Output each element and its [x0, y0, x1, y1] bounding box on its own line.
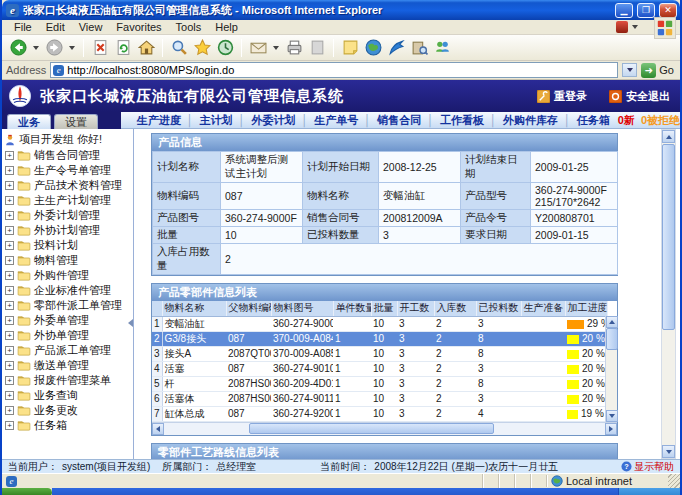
expand-icon[interactable]: + — [5, 166, 14, 175]
scroll-right-icon[interactable] — [605, 423, 617, 435]
scroll-left-icon[interactable] — [152, 423, 164, 435]
menu-item-tools[interactable]: Tools — [170, 21, 208, 33]
parts-row[interactable]: 6活塞体2087HS002360-274-9011W11032320 % — [152, 391, 607, 406]
sidebar-item[interactable]: +报废件管理菜单 — [2, 373, 133, 388]
sidebar-collapse-icon[interactable] — [128, 319, 133, 327]
parts-horizontal-scrollbar[interactable] — [152, 422, 617, 435]
sidebar-item[interactable]: +企业标准件管理 — [2, 283, 133, 298]
menu-item-help[interactable]: Help — [209, 21, 244, 33]
globe-icon[interactable] — [363, 38, 383, 58]
back-icon[interactable] — [8, 38, 28, 58]
messenger-icon[interactable] — [432, 38, 452, 58]
sidebar-item[interactable]: +外协计划管理 — [2, 223, 133, 238]
nav-item-1[interactable]: 主计划 — [200, 113, 233, 128]
maximize-icon[interactable]: ❐ — [637, 3, 655, 18]
expand-icon[interactable]: + — [5, 376, 14, 385]
sidebar-item[interactable]: +投料计划 — [2, 238, 133, 253]
scroll-thumb[interactable] — [606, 328, 618, 350]
search-icon[interactable] — [169, 38, 189, 58]
expand-icon[interactable]: + — [5, 301, 14, 310]
edit-icon[interactable] — [307, 38, 327, 58]
pdf-toolbar-button[interactable] — [616, 21, 640, 33]
tab-settings[interactable]: 设置 — [54, 114, 98, 129]
expand-icon[interactable]: + — [5, 421, 14, 430]
parts-row[interactable]: 1变幅油缸360-274-9000F1032329 % — [152, 316, 607, 331]
expand-icon[interactable]: + — [5, 286, 14, 295]
forward-icon[interactable] — [44, 38, 64, 58]
notes-icon[interactable] — [340, 38, 360, 58]
swoosh-icon[interactable] — [386, 38, 406, 58]
research-icon[interactable] — [409, 38, 429, 58]
scroll-up-icon[interactable] — [606, 316, 618, 328]
nav-item-4[interactable]: 销售合同 — [377, 113, 421, 128]
sidebar-item[interactable]: +主生产计划管理 — [2, 193, 133, 208]
mail-icon[interactable] — [248, 38, 268, 58]
back-dropdown-caret[interactable] — [33, 46, 39, 50]
start-button[interactable] — [2, 488, 52, 495]
sidebar-item[interactable]: +业务查询 — [2, 388, 133, 403]
expand-icon[interactable]: + — [5, 151, 14, 160]
resize-grip[interactable] — [668, 474, 680, 489]
main-scroll-up-icon[interactable] — [662, 130, 675, 143]
menu-item-file[interactable]: File — [8, 21, 38, 33]
nav-item-2[interactable]: 外委计划 — [251, 113, 295, 128]
expand-icon[interactable]: + — [5, 211, 14, 220]
nav-item-0[interactable]: 生产进度 — [137, 113, 181, 128]
expand-icon[interactable]: + — [5, 331, 14, 340]
expand-icon[interactable]: + — [5, 256, 14, 265]
sidebar-item[interactable]: +物料管理 — [2, 253, 133, 268]
sidebar-item[interactable]: +零部件派工单管理 — [2, 298, 133, 313]
menu-item-edit[interactable]: Edit — [40, 21, 71, 33]
menu-item-view[interactable]: View — [73, 21, 109, 33]
scroll-down-icon[interactable] — [606, 410, 618, 422]
address-dropdown[interactable] — [622, 63, 637, 77]
main-scroll-thumb[interactable] — [662, 144, 675, 330]
expand-icon[interactable]: + — [5, 346, 14, 355]
forward-dropdown-caret[interactable] — [69, 46, 75, 50]
address-input[interactable]: e http://localhost:8080/MPS/login.do — [50, 62, 618, 78]
menu-item-favorites[interactable]: Favorites — [110, 21, 167, 33]
print-icon[interactable] — [284, 38, 304, 58]
refresh-icon[interactable] — [113, 38, 133, 58]
history-icon[interactable] — [215, 38, 235, 58]
parts-row[interactable]: 4活塞087360-274-9010F11032320 % — [152, 361, 607, 376]
nav-badge-rejected[interactable]: 0被拒绝 — [641, 113, 680, 128]
expand-icon[interactable]: + — [5, 226, 14, 235]
sidebar-item[interactable]: +外购件管理 — [2, 268, 133, 283]
parts-row[interactable]: 3接头A2087QT002370-009-A085011032820 % — [152, 346, 607, 361]
sidebar-item[interactable]: +产品技术资料管理 — [2, 178, 133, 193]
nav-item-3[interactable]: 生产单号 — [314, 113, 358, 128]
relogin-button[interactable]: 重登录 — [537, 89, 587, 104]
sidebar-item[interactable]: +生产令号单管理 — [2, 163, 133, 178]
parts-row[interactable]: 7缸体总成087360-274-9200F11032419 % — [152, 406, 607, 421]
main-scroll-down-icon[interactable] — [662, 445, 675, 458]
sidebar-item[interactable]: +外协单管理 — [2, 328, 133, 343]
nav-item-7[interactable]: 任务箱 — [577, 113, 610, 128]
hscroll-thumb[interactable] — [249, 423, 494, 434]
parts-row[interactable]: 2G3/8接头087370-009-A084011032820 % — [152, 331, 607, 346]
expand-icon[interactable]: + — [5, 181, 14, 190]
expand-icon[interactable]: + — [5, 271, 14, 280]
parts-row[interactable]: 5杆2087HS002360-209-4D01011032820 % — [152, 376, 607, 391]
close-icon[interactable]: ✕ — [659, 3, 677, 18]
expand-icon[interactable]: + — [5, 391, 14, 400]
sidebar-item[interactable]: +外委计划管理 — [2, 208, 133, 223]
sidebar-item[interactable]: +产品派工单管理 — [2, 343, 133, 358]
stop-icon[interactable] — [90, 38, 110, 58]
sidebar-item[interactable]: +缴送单管理 — [2, 358, 133, 373]
go-button[interactable]: ➜ Go — [641, 63, 676, 78]
nav-item-6[interactable]: 外购件库存 — [503, 113, 558, 128]
home-icon[interactable] — [136, 38, 156, 58]
nav-item-5[interactable]: 工作看板 — [440, 113, 484, 128]
sidebar-item[interactable]: +业务更改 — [2, 403, 133, 418]
sidebar-item[interactable]: +销售合同管理 — [2, 148, 133, 163]
mail-dropdown-caret[interactable] — [273, 46, 279, 50]
tab-business[interactable]: 业务 — [7, 114, 51, 129]
minimize-icon[interactable]: ▁ — [615, 3, 633, 18]
expand-icon[interactable]: + — [5, 196, 14, 205]
expand-icon[interactable]: + — [5, 406, 14, 415]
parts-vertical-scrollbar[interactable] — [605, 316, 617, 422]
expand-icon[interactable]: + — [5, 361, 14, 370]
show-help-link[interactable]: ? 显示帮助 — [621, 460, 674, 474]
sidebar-item[interactable]: +外委单管理 — [2, 313, 133, 328]
